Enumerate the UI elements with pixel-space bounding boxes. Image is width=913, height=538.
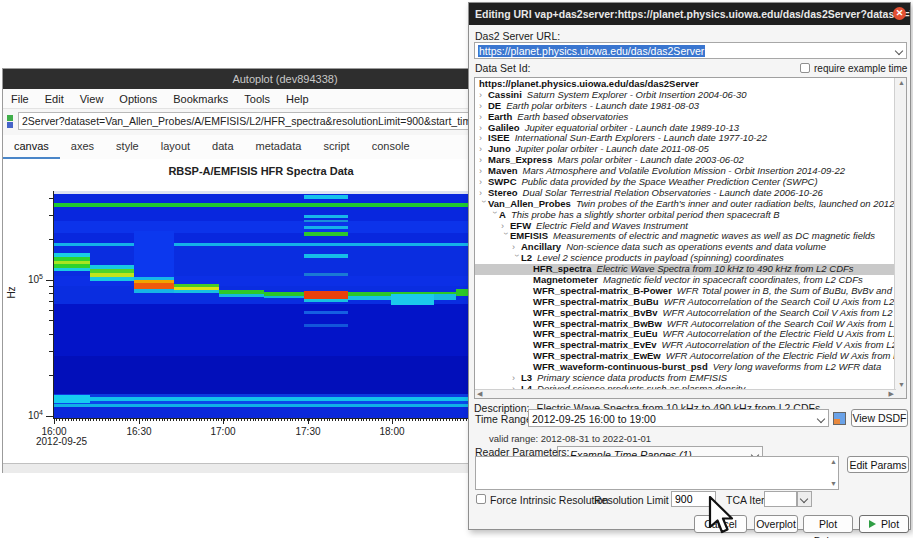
spectrogram[interactable] [46, 191, 469, 424]
x-tick-1730: 17:30 [288, 426, 328, 437]
dialog-titlebar[interactable]: Editing URI vap+das2server:https://plane… [469, 3, 910, 25]
chevron-down-icon [800, 495, 808, 503]
x-tick-1630: 16:30 [119, 426, 159, 437]
tree-horizontal-scrollbar[interactable]: ◀ ▶ [475, 389, 896, 398]
tree-item-earth[interactable]: ›EarthEarth based observatories [475, 112, 895, 123]
chevron-down-icon[interactable] [895, 47, 903, 55]
x-axis-date: 2012-09-25 [36, 436, 87, 447]
collapse-icon[interactable]: › [500, 232, 511, 241]
tab-canvas[interactable]: canvas [3, 135, 60, 160]
resolution-limit-input[interactable] [671, 491, 716, 507]
server-url-value: https://planet.physics.uiowa.edu/das/das… [478, 45, 705, 57]
expand-icon[interactable]: › [479, 166, 488, 177]
scroll-up-icon[interactable]: ▲ [898, 79, 905, 87]
tca-item-combobox[interactable] [764, 491, 797, 507]
plot-below-button[interactable]: Plot Below [803, 515, 853, 533]
cancel-button[interactable]: Cancel [694, 515, 747, 533]
dataset-id-label: Data Set Id: [475, 62, 530, 74]
tca-item-dropdown-button[interactable] [797, 491, 812, 507]
time-range-value: 2012-09-25 16:00 to 19:00 [532, 412, 656, 426]
menu-help[interactable]: Help [278, 90, 317, 109]
expand-icon[interactable]: › [479, 133, 488, 144]
expand-icon[interactable]: › [512, 373, 521, 384]
scroll-down-icon[interactable]: ▼ [898, 381, 905, 389]
scroll-up-icon[interactable]: ▲ [830, 458, 837, 466]
y-tick-10e5: 105 [9, 273, 43, 285]
reader-parameters-textarea[interactable]: ▲ ▼ [475, 456, 839, 490]
tab-metadata[interactable]: metadata [245, 135, 313, 160]
time-range-combobox[interactable]: 2012-09-25 16:00 to 19:00 [528, 409, 829, 427]
plot-button[interactable]: Plot [859, 515, 909, 533]
menu-tools[interactable]: Tools [236, 90, 278, 109]
tab-layout[interactable]: layout [150, 135, 201, 160]
menu-view[interactable]: View [72, 90, 112, 109]
plot-title: RBSP-A/EMFISIS HFR Spectra Data [53, 165, 469, 177]
force-intrinsic-resolution-label: Force Intrinsic Resolution [490, 494, 608, 506]
das2server-dialog: Editing URI vap+das2server:https://plane… [468, 2, 911, 530]
server-url-combobox[interactable]: https://planet.physics.uiowa.edu/das/das… [474, 42, 907, 59]
x-tick-1700: 17:00 [203, 426, 243, 437]
time-range-editor-icon[interactable] [833, 412, 846, 425]
collapse-icon[interactable]: › [478, 200, 489, 209]
tree-vertical-scrollbar[interactable]: ▲ ▼ [894, 78, 906, 398]
dialog-title: Editing URI vap+das2server:https://plane… [469, 8, 910, 20]
y-axis-label: Hz [6, 286, 17, 298]
scroll-down-icon[interactable]: ▼ [830, 480, 837, 488]
expand-icon[interactable]: › [512, 242, 521, 253]
chevron-down-icon[interactable] [817, 415, 825, 423]
tab-axes[interactable]: axes [60, 135, 105, 160]
force-intrinsic-resolution-checkbox[interactable] [476, 494, 486, 504]
overplot-button[interactable]: Overplot [754, 515, 798, 533]
expand-icon[interactable]: › [479, 101, 488, 112]
tab-console[interactable]: console [361, 135, 421, 160]
y-tick-10e4: 104 [9, 409, 43, 421]
menu-file[interactable]: File [3, 90, 37, 109]
expand-icon[interactable]: › [501, 221, 510, 232]
tab-script[interactable]: script [312, 135, 360, 160]
expand-icon[interactable]: › [479, 155, 488, 166]
expand-icon[interactable]: › [479, 144, 488, 155]
require-example-time-label: require example time [814, 63, 907, 74]
expand-icon[interactable]: › [479, 177, 488, 188]
tree-item-a[interactable]: ›AThis probe has a slightly shorter orbi… [475, 210, 895, 221]
edit-params-button[interactable]: Edit Params [847, 456, 909, 473]
play-icon [869, 520, 876, 528]
scroll-right-icon[interactable]: ▶ [889, 390, 894, 398]
valid-range-label: valid range: 2012-08-31 to 2022-01-01 [489, 433, 651, 444]
menu-bookmarks[interactable]: Bookmarks [165, 90, 236, 109]
datasource-icon [7, 115, 15, 130]
server-url-label: Das2 Server URL: [475, 30, 560, 42]
expand-icon[interactable]: › [479, 188, 488, 199]
time-range-label: Time Range: [475, 413, 535, 425]
expand-icon[interactable]: › [479, 123, 488, 134]
tab-data[interactable]: data [201, 135, 244, 160]
autoplot-window-title: Autoplot (dev894338) [232, 73, 337, 85]
tab-style[interactable]: style [105, 135, 150, 160]
menu-edit[interactable]: Edit [37, 90, 72, 109]
close-icon[interactable]: ✕ [893, 7, 906, 20]
x-tick-1800: 18:00 [372, 426, 412, 437]
collapse-icon[interactable]: › [511, 254, 522, 263]
dataset-tree[interactable]: https://planet.physics.uiowa.edu/das/das… [474, 77, 907, 399]
collapse-icon[interactable]: › [489, 211, 500, 220]
expand-icon[interactable]: › [479, 112, 488, 123]
scroll-left-icon[interactable]: ◀ [477, 390, 482, 398]
menu-options[interactable]: Options [111, 90, 165, 109]
view-dsdf-button[interactable]: View DSDF [851, 409, 908, 427]
require-example-time-checkbox[interactable] [800, 63, 810, 73]
expand-icon[interactable]: › [479, 90, 488, 101]
